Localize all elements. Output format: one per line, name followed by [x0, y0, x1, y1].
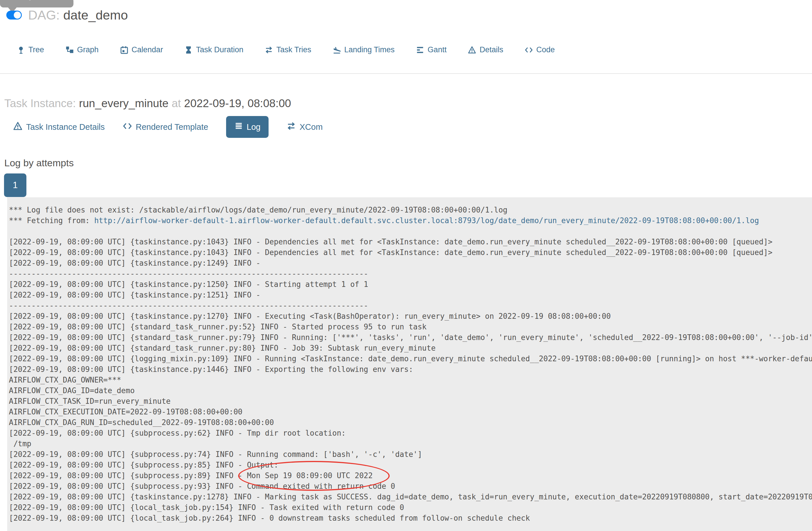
log-text: [2022-09-19, 08:09:00 UTC] {taskinstance…: [9, 365, 413, 374]
log-text: AIRFLOW_CTX_DAG_RUN_ID=scheduled__2022-0…: [9, 418, 274, 427]
log-text: [2022-09-19, 08:09:00 UTC] {logging_mixi…: [9, 354, 812, 363]
log-text: [2022-09-19, 08:09:00 UTC] {taskinstance…: [9, 291, 265, 299]
tab-log[interactable]: Log: [226, 116, 269, 138]
at-label: at: [172, 97, 181, 109]
task-instance-datetime: 2022-09-19, 08:08:00: [184, 97, 291, 109]
log-text: [2022-09-19, 08:09:00 UTC] {taskinstance…: [9, 492, 812, 501]
log-line: [2022-09-19, 08:09:00 UTC] {logging_mixi…: [9, 353, 812, 364]
log-lines: *** Log file does not exist: /stackable/…: [9, 205, 812, 523]
dag-label: DAG:: [28, 8, 60, 23]
log-line: [2022-09-19, 08:09:00 UTC] {taskinstance…: [9, 364, 812, 375]
tab-label: Task Instance Details: [26, 122, 105, 132]
nav-item-label: Task Tries: [276, 45, 311, 54]
warning-triangle-icon: [468, 46, 476, 54]
log-text: [2022-09-19, 08:09:00 UTC] {subprocess.p…: [9, 482, 395, 490]
nav-item-label: Tree: [28, 45, 44, 54]
log-line: [2022-09-19, 08:09:00 UTC] {local_task_j…: [9, 502, 812, 513]
nav-item-label: Details: [479, 45, 503, 54]
tab-label: Log: [247, 122, 261, 132]
log-line: /tmp: [9, 438, 812, 449]
tab-label: Rendered Template: [136, 122, 208, 132]
nav-item-tree[interactable]: Tree: [17, 45, 44, 54]
log-line: [2022-09-19, 08:09:00 UTC] {taskinstance…: [9, 237, 812, 247]
nav-item-landing-times[interactable]: Landing Times: [333, 45, 395, 54]
log-line: AIRFLOW_CTX_DAG_RUN_ID=scheduled__2022-0…: [9, 417, 812, 428]
nav-item-label: Code: [536, 45, 555, 54]
log-text: ----------------------------------------…: [9, 301, 368, 310]
log-by-attempts-heading: Log by attempts: [4, 157, 74, 169]
task-instance-name: run_every_minute: [79, 97, 169, 109]
log-text: [2022-09-19, 08:09:00 UTC] {standard_tas…: [9, 344, 436, 352]
tree-icon: [17, 46, 25, 54]
log-line: [2022-09-19, 08:09:00 UTC] {standard_tas…: [9, 332, 812, 343]
nav-item-label: Gantt: [427, 45, 447, 54]
log-text: [2022-09-19, 08:09:00 UTC] {subprocess.p…: [9, 461, 278, 469]
log-line: [2022-09-19, 08:09:00 UTC] {subprocess.p…: [9, 449, 812, 460]
toggle-knob: [14, 12, 21, 19]
calendar-icon: [120, 46, 129, 54]
tab-task-instance-details[interactable]: Task Instance Details: [13, 121, 105, 133]
dag-pause-toggle[interactable]: [6, 11, 22, 19]
tooltip-dot: [29, 0, 31, 0]
attempt-1-button[interactable]: 1: [4, 173, 26, 197]
log-text: [2022-09-19, 08:09:00 UTC] {taskinstance…: [9, 238, 772, 246]
list-lines-icon: [234, 122, 243, 133]
nav-item-label: Landing Times: [344, 45, 395, 54]
nav-item-task-duration[interactable]: Task Duration: [184, 45, 243, 54]
code-icon: [524, 46, 533, 54]
nav-item-graph[interactable]: Graph: [66, 45, 99, 54]
log-line: [2022-09-19, 08:09:00 UTC] {subprocess.p…: [9, 428, 812, 438]
log-line: [2022-09-19, 08:09:00 UTC] {taskinstance…: [9, 247, 812, 258]
log-line: [2022-09-19, 08:09:00 UTC] {taskinstance…: [9, 290, 812, 301]
task-instance-heading: Task Instance: run_every_minute at 2022-…: [4, 97, 291, 110]
log-line: [2022-09-19, 08:09:00 UTC] {subprocess.p…: [9, 481, 812, 492]
log-line: AIRFLOW_CTX_DAG_OWNER=***: [9, 375, 812, 386]
log-text: [2022-09-19, 08:09:00 UTC] {subprocess.p…: [9, 471, 373, 480]
log-text: *** Log file does not exist: /stackable/…: [9, 206, 508, 214]
page-title: DAG: date_demo: [28, 9, 128, 22]
log-line: [2022-09-19, 08:09:00 UTC] {taskinstance…: [9, 258, 812, 268]
nav-item-gantt[interactable]: Gantt: [416, 45, 447, 54]
log-line: AIRFLOW_CTX_DAG_ID=date_demo: [9, 386, 812, 396]
log-text: [2022-09-19, 08:09:00 UTC] {taskinstance…: [9, 312, 611, 321]
tab-xcom[interactable]: XCom: [286, 121, 323, 133]
warning-triangle-icon: [13, 121, 23, 133]
log-line: ----------------------------------------…: [9, 268, 812, 279]
log-text: ----------------------------------------…: [9, 269, 368, 278]
log-text: [2022-09-19, 08:09:00 UTC] {taskinstance…: [9, 280, 368, 289]
nav-item-calendar[interactable]: Calendar: [120, 45, 163, 54]
log-line: [2022-09-19, 08:09:00 UTC] {subprocess.p…: [9, 460, 812, 471]
log-text: [2022-09-19, 08:09:00 UTC] {local_task_j…: [9, 514, 530, 522]
graph-icon: [66, 46, 74, 54]
log-line: [2022-09-19, 08:09:00 UTC] {subprocess.p…: [9, 471, 812, 481]
log-line: [9, 226, 812, 237]
dag-view-nav: Tree Graph Calendar Task Duration Task T…: [17, 45, 555, 54]
dag-name: date_demo: [63, 8, 128, 23]
nav-item-label: Graph: [77, 45, 99, 54]
log-line: AIRFLOW_CTX_EXECUTION_DATE=2022-09-19T08…: [9, 407, 812, 417]
log-text: AIRFLOW_CTX_TASK_ID=run_every_minute: [9, 397, 171, 405]
tab-label: XCom: [300, 122, 323, 132]
log-line: [2022-09-19, 08:09:00 UTC] {local_task_j…: [9, 513, 812, 523]
log-line: [2022-09-19, 08:09:00 UTC] {taskinstance…: [9, 492, 812, 502]
log-line: *** Fetching from: http://airflow-worker…: [9, 215, 812, 226]
plane-landing-icon: [333, 46, 341, 54]
gantt-bars-icon: [416, 46, 424, 54]
log-text: [2022-09-19, 08:09:00 UTC] {taskinstance…: [9, 259, 265, 267]
log-line: [2022-09-19, 08:09:00 UTC] {standard_tas…: [9, 322, 812, 332]
log-line: AIRFLOW_CTX_TASK_ID=run_every_minute: [9, 396, 812, 407]
code-icon: [122, 121, 132, 133]
log-line: *** Log file does not exist: /stackable/…: [9, 205, 812, 215]
nav-item-details[interactable]: Details: [468, 45, 503, 54]
log-text: AIRFLOW_CTX_DAG_ID=date_demo: [9, 386, 134, 395]
log-fetch-url-link[interactable]: http://airflow-worker-default-1.airflow-…: [94, 216, 759, 225]
log-text: [2022-09-19, 08:09:00 UTC] {standard_tas…: [9, 333, 812, 342]
tab-rendered-template[interactable]: Rendered Template: [122, 121, 208, 133]
nav-item-task-tries[interactable]: Task Tries: [264, 45, 311, 54]
nav-item-code[interactable]: Code: [524, 45, 555, 54]
log-text: [2022-09-19, 08:09:00 UTC] {subprocess.p…: [9, 429, 346, 437]
log-panel: *** Log file does not exist: /stackable/…: [7, 197, 812, 531]
log-text: AIRFLOW_CTX_EXECUTION_DATE=2022-09-19T08…: [9, 407, 243, 416]
header-divider: [0, 73, 812, 74]
repeat-icon: [286, 121, 296, 133]
